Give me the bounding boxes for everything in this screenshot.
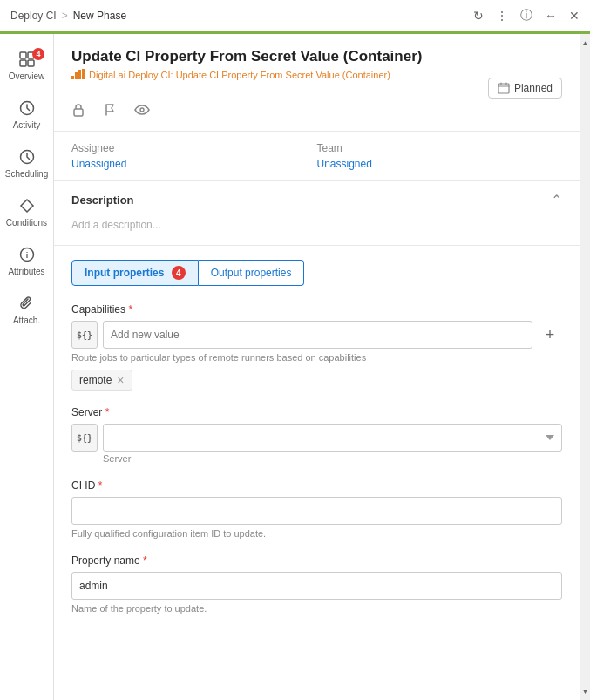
description-title: Description — [71, 194, 134, 207]
ci-id-input[interactable] — [71, 497, 562, 525]
info-icon[interactable]: ⓘ — [520, 8, 532, 24]
assignee-col: Assignee Unassigned — [71, 142, 317, 170]
tag-remove-button[interactable]: × — [117, 373, 124, 387]
sidebar-item-overview[interactable]: 4 Overview — [0, 41, 53, 90]
content-area: Update CI Property From Secret Value (Co… — [54, 34, 580, 700]
sidebar-item-activity[interactable]: Activity — [0, 90, 53, 139]
top-bar-actions: ↻ ⋮ ⓘ ↔ ✕ — [473, 8, 580, 24]
description-placeholder[interactable]: Add a description... — [71, 215, 562, 234]
capabilities-var-icon: ${} — [71, 321, 98, 349]
team-value[interactable]: Unassigned — [317, 158, 563, 170]
svg-text:i: i — [25, 251, 28, 260]
breadcrumb-current: New Phase — [73, 10, 126, 22]
description-collapse-icon[interactable]: ⌃ — [551, 192, 562, 208]
svg-rect-0 — [20, 52, 26, 58]
svg-rect-8 — [71, 76, 74, 79]
property-name-label: Property name * — [71, 554, 562, 567]
svg-rect-11 — [82, 69, 85, 79]
sidebar-attach-label: Attach. — [13, 316, 40, 325]
server-label: Server * — [71, 406, 562, 418]
input-properties-tab[interactable]: Input properties 4 — [71, 260, 199, 286]
server-hint: Server — [103, 453, 562, 464]
conditions-icon — [17, 196, 37, 215]
ci-id-group: CI ID * Fully qualified configuration it… — [71, 479, 562, 539]
team-col: Team Unassigned — [317, 142, 563, 170]
sidebar-item-attributes[interactable]: i Attributes — [0, 236, 53, 285]
sidebar-attributes-label: Attributes — [8, 267, 44, 276]
input-tab-badge: 4 — [172, 266, 186, 280]
capabilities-hint: Route jobs to particular types of remote… — [71, 352, 562, 363]
attributes-icon: i — [17, 245, 37, 264]
overview-badge: 4 — [32, 48, 44, 60]
close-icon[interactable]: ✕ — [569, 9, 580, 23]
svg-rect-10 — [78, 70, 81, 79]
assignee-label: Assignee — [71, 142, 317, 154]
capabilities-tags: remote × — [71, 370, 562, 391]
scroll-down-button[interactable]: ▼ — [580, 683, 591, 700]
capabilities-add-button[interactable]: + — [538, 323, 562, 347]
team-label: Team — [317, 142, 563, 154]
page-header: Update CI Property From Secret Value (Co… — [54, 34, 580, 92]
description-section: Description ⌃ Add a description... — [54, 181, 580, 246]
capabilities-input[interactable] — [103, 321, 532, 349]
scrollbar: ▲ ▼ — [580, 34, 590, 700]
properties-section: Input properties 4 Output properties Cap… — [54, 246, 580, 643]
flag-tab[interactable] — [103, 103, 117, 120]
output-properties-tab[interactable]: Output properties — [199, 260, 305, 286]
server-group: Server * ${} Server — [71, 406, 562, 464]
sidebar: 4 Overview Activity Scheduling — [0, 34, 54, 700]
capability-tag-remote: remote × — [71, 370, 132, 391]
assignee-value[interactable]: Unassigned — [71, 158, 317, 170]
breadcrumb-separator: > — [62, 10, 68, 22]
svg-rect-3 — [28, 60, 34, 66]
subtitle-bars — [71, 69, 85, 81]
ci-id-label: CI ID * — [71, 479, 562, 492]
refresh-icon[interactable]: ↻ — [473, 9, 484, 23]
svg-point-14 — [140, 108, 144, 112]
property-name-group: Property name * Name of the property to … — [71, 554, 562, 614]
top-bar: Deploy CI > New Phase ↻ ⋮ ⓘ ↔ ✕ — [0, 0, 590, 31]
attach-icon — [17, 294, 37, 313]
scroll-up-button[interactable]: ▲ — [580, 34, 591, 51]
property-name-hint: Name of the property to update. — [71, 603, 562, 614]
page-title: Update CI Property From Secret Value (Co… — [71, 48, 562, 65]
svg-rect-13 — [74, 109, 83, 116]
sidebar-activity-label: Activity — [13, 120, 41, 130]
breadcrumb: Deploy CI > New Phase — [10, 10, 126, 22]
assignee-team-row: Assignee Unassigned Team Unassigned — [54, 132, 580, 181]
description-header: Description ⌃ — [71, 192, 562, 208]
eye-tab[interactable] — [134, 103, 150, 120]
scheduling-icon — [17, 147, 37, 167]
capabilities-input-row: ${} + — [71, 321, 562, 349]
planned-badge[interactable]: Planned — [488, 78, 562, 99]
more-icon[interactable]: ⋮ — [496, 9, 508, 23]
ci-id-hint: Fully qualified configuration item ID to… — [71, 528, 562, 539]
sidebar-scheduling-label: Scheduling — [5, 169, 48, 179]
planned-icon — [498, 82, 510, 94]
sidebar-item-scheduling[interactable]: Scheduling — [0, 139, 53, 187]
property-name-input[interactable] — [71, 572, 562, 600]
server-var-icon: ${} — [71, 424, 98, 452]
breadcrumb-deploy[interactable]: Deploy CI — [10, 10, 57, 22]
svg-rect-12 — [498, 84, 509, 93]
sidebar-overview-label: Overview — [9, 71, 45, 81]
expand-icon[interactable]: ↔ — [545, 9, 557, 23]
lock-tab[interactable] — [71, 103, 85, 120]
server-select[interactable] — [103, 424, 562, 452]
svg-rect-2 — [20, 60, 26, 66]
sidebar-item-conditions[interactable]: Conditions — [0, 187, 53, 236]
sidebar-item-attach[interactable]: Attach. — [0, 285, 53, 334]
properties-tabs: Input properties 4 Output properties — [71, 260, 562, 286]
capabilities-group: Capabilities * ${} + Route jobs to parti… — [71, 303, 562, 391]
subtitle-text: Digital.ai Deploy CI: Update CI Property… — [89, 70, 390, 80]
activity-icon — [17, 99, 37, 118]
sidebar-conditions-label: Conditions — [6, 218, 47, 228]
capabilities-label: Capabilities * — [71, 303, 562, 316]
planned-label: Planned — [514, 82, 553, 94]
svg-rect-9 — [75, 72, 78, 79]
main-layout: 4 Overview Activity Scheduling — [0, 34, 590, 700]
server-input-row: ${} — [71, 424, 562, 452]
